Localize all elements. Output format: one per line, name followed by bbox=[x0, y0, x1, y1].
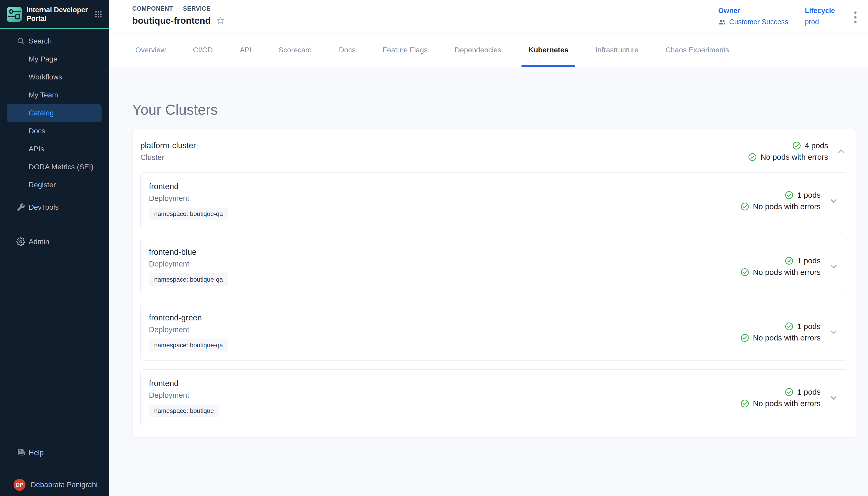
workload-pods-count: 1 pods bbox=[797, 191, 821, 200]
chevron-down-icon[interactable] bbox=[829, 196, 839, 206]
sidebar-item-label: Register bbox=[29, 181, 56, 189]
workload-errors-status: No pods with errors bbox=[753, 334, 821, 342]
workload-name: frontend-blue bbox=[149, 247, 740, 257]
sidebar-nav: Search My Page Workflows My Team Catalog… bbox=[0, 29, 109, 251]
tab-label: CI/CD bbox=[193, 46, 213, 54]
tab-label: API bbox=[240, 46, 252, 54]
workload-pods-count: 1 pods bbox=[797, 256, 821, 265]
check-circle-icon bbox=[785, 322, 793, 331]
tab-scorecard[interactable]: Scorecard bbox=[265, 33, 325, 67]
chevron-down-icon[interactable] bbox=[829, 392, 839, 403]
page-title: boutique-frontend bbox=[132, 15, 211, 26]
sidebar-item-label: My Team bbox=[29, 91, 58, 99]
sidebar-item-label: Search bbox=[29, 37, 52, 45]
tab-chaos-experiments[interactable]: Chaos Experiments bbox=[652, 33, 742, 67]
tab-feature-flags[interactable]: Feature Flags bbox=[369, 33, 441, 67]
sidebar-brand: Internal Developer Portal bbox=[0, 0, 109, 29]
page-heading: Your Clusters bbox=[132, 101, 856, 118]
brand-title: Internal Developer Portal bbox=[27, 6, 92, 23]
sidebar-item-label: DevTools bbox=[29, 203, 59, 212]
workload-errors-status: No pods with errors bbox=[753, 268, 821, 277]
sidebar-item-help[interactable]: ? Help bbox=[0, 444, 109, 462]
users-icon bbox=[718, 18, 726, 26]
tab-infrastructure[interactable]: Infrastructure bbox=[582, 33, 652, 67]
tab-kubernetes[interactable]: Kubernetes bbox=[515, 33, 582, 67]
sidebar-item-my-page[interactable]: My Page bbox=[0, 50, 109, 68]
workload-row[interactable]: frontend Deployment namespace: boutique … bbox=[140, 369, 848, 426]
workload-kind: Deployment bbox=[149, 193, 740, 203]
sidebar-item-my-team[interactable]: My Team bbox=[0, 86, 109, 104]
sidebar-item-docs[interactable]: Docs bbox=[0, 122, 109, 140]
cluster-header-row[interactable]: platform-cluster Cluster 4 pods No pods … bbox=[132, 129, 856, 172]
favorite-star-icon[interactable] bbox=[216, 16, 225, 25]
namespace-chip: namespace: boutique bbox=[149, 405, 219, 417]
user-name: Debabrata Panigrahi bbox=[31, 481, 98, 489]
owner-link[interactable]: Customer Success bbox=[729, 18, 788, 26]
sidebar-item-label: APIs bbox=[29, 145, 44, 153]
sidebar-item-search[interactable]: Search bbox=[0, 32, 109, 50]
owner-label: Owner bbox=[718, 7, 788, 15]
check-circle-icon bbox=[785, 388, 793, 397]
sidebar-item-label: Catalog bbox=[29, 109, 54, 117]
check-circle-icon bbox=[740, 268, 749, 277]
workload-errors-status: No pods with errors bbox=[753, 202, 821, 211]
breadcrumb: COMPONENT — SERVICE bbox=[132, 5, 225, 12]
check-circle-icon bbox=[785, 256, 793, 265]
workload-errors-status: No pods with errors bbox=[753, 399, 821, 408]
tab-label: Feature Flags bbox=[383, 46, 428, 54]
workload-row[interactable]: frontend-green Deployment namespace: bou… bbox=[140, 304, 848, 360]
workload-row[interactable]: frontend Deployment namespace: boutique-… bbox=[140, 172, 848, 229]
workload-kind: Deployment bbox=[149, 259, 740, 268]
workload-pods-count: 1 pods bbox=[797, 322, 821, 331]
sidebar-item-apis[interactable]: APIs bbox=[0, 140, 109, 158]
workload-name: frontend-green bbox=[149, 313, 740, 323]
tab-label: Dependencies bbox=[454, 46, 501, 54]
lifecycle-value: prod bbox=[805, 18, 819, 26]
namespace-chip: namespace: boutique-qa bbox=[149, 339, 228, 352]
check-circle-icon bbox=[740, 202, 749, 211]
tab-dependencies[interactable]: Dependencies bbox=[441, 33, 515, 67]
check-circle-icon bbox=[785, 191, 793, 200]
workload-kind: Deployment bbox=[149, 390, 740, 400]
more-options-kebab-icon[interactable] bbox=[854, 12, 856, 33]
sidebar-item-devtools[interactable]: DevTools bbox=[0, 199, 109, 216]
cluster-kind: Cluster bbox=[140, 153, 196, 162]
tab-api[interactable]: API bbox=[226, 33, 265, 67]
workload-pods-count: 1 pods bbox=[797, 388, 821, 397]
cluster-name: platform-cluster bbox=[140, 141, 196, 151]
avatar: DP bbox=[14, 479, 26, 491]
main-area: COMPONENT — SERVICE boutique-frontend Ow… bbox=[109, 0, 868, 496]
sidebar-item-label: DORA Metrics (SEI) bbox=[29, 163, 94, 171]
sidebar-item-label: Workflows bbox=[29, 73, 62, 81]
check-circle-icon bbox=[748, 153, 757, 161]
portal-logo-icon bbox=[7, 7, 22, 22]
workload-name: frontend bbox=[149, 182, 740, 191]
user-menu[interactable]: DP Debabrata Panigrahi bbox=[0, 479, 109, 491]
sidebar-item-workflows[interactable]: Workflows bbox=[0, 68, 109, 86]
chevron-up-icon[interactable] bbox=[836, 146, 847, 157]
sidebar-item-admin[interactable]: Admin bbox=[0, 233, 109, 251]
sidebar-item-label: Help bbox=[29, 449, 44, 457]
sidebar-item-label: Admin bbox=[29, 237, 49, 246]
kubernetes-content: Your Clusters platform-cluster Cluster 4… bbox=[109, 67, 868, 496]
chevron-down-icon[interactable] bbox=[829, 327, 839, 337]
tab-label: Overview bbox=[135, 46, 166, 54]
tab-overview[interactable]: Overview bbox=[122, 33, 179, 67]
sidebar-item-label: My Page bbox=[29, 55, 58, 63]
sidebar-item-dora-metrics[interactable]: DORA Metrics (SEI) bbox=[0, 158, 109, 176]
lifecycle-block: Lifecycle prod bbox=[805, 7, 835, 33]
apps-grid-icon[interactable] bbox=[94, 10, 102, 18]
workload-row[interactable]: frontend-blue Deployment namespace: bout… bbox=[140, 238, 848, 295]
sidebar-item-catalog[interactable]: Catalog bbox=[7, 104, 101, 122]
tab-label: Docs bbox=[339, 46, 356, 54]
tab-docs[interactable]: Docs bbox=[325, 33, 369, 67]
tab-label: Kubernetes bbox=[528, 46, 568, 54]
tab-cicd[interactable]: CI/CD bbox=[179, 33, 226, 67]
tab-label: Infrastructure bbox=[595, 46, 638, 54]
check-circle-icon bbox=[740, 399, 749, 408]
chevron-down-icon[interactable] bbox=[829, 261, 839, 272]
sidebar-item-register[interactable]: Register bbox=[0, 176, 109, 194]
tab-label: Chaos Experiments bbox=[665, 46, 729, 54]
owner-block: Owner Customer Success bbox=[718, 7, 788, 33]
check-circle-icon bbox=[792, 141, 801, 150]
